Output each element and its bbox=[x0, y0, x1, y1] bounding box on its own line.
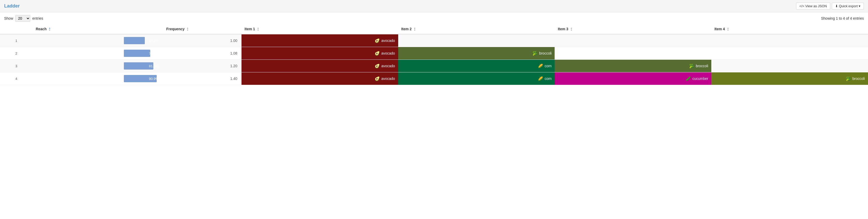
col-header-frequency[interactable]: Frequency ▲ ▼ bbox=[163, 24, 242, 34]
item-cell bbox=[711, 47, 868, 60]
item-emoji: 🥑 bbox=[375, 38, 380, 43]
item-cell: 🌽corn bbox=[398, 72, 555, 85]
item-emoji: 🌽 bbox=[538, 64, 543, 68]
item-name: corn bbox=[545, 76, 552, 81]
item3-sort-icon: ▲ ▼ bbox=[570, 27, 572, 31]
table-header-row: Reach ▲ ▼ Frequency ▲ ▼ Item 1 ▲ ▼ bbox=[0, 24, 868, 34]
col-item3-label: Item 3 bbox=[558, 27, 568, 31]
col-header-item2[interactable]: Item 2 ▲ ▼ bbox=[398, 24, 555, 34]
item-cell: 🥑avocado bbox=[242, 34, 398, 47]
item-emoji: 🥦 bbox=[532, 51, 537, 56]
show-label: Show bbox=[4, 16, 13, 21]
row-number: 4 bbox=[0, 72, 33, 85]
item-emoji: 🥒 bbox=[686, 76, 691, 81]
col-header-item3[interactable]: Item 3 ▲ ▼ bbox=[555, 24, 711, 34]
freq-sort-icon: ▲ ▼ bbox=[187, 27, 189, 31]
item-cell bbox=[711, 60, 868, 72]
item4-sort-icon: ▲ ▼ bbox=[727, 27, 729, 31]
item-emoji: 🥑 bbox=[375, 64, 380, 68]
frequency-cell: 1.00 bbox=[163, 34, 242, 47]
item-name: cucumber bbox=[692, 76, 708, 81]
col-header-reach[interactable]: Reach ▲ ▼ bbox=[33, 24, 163, 34]
page-title: Ladder bbox=[4, 3, 20, 9]
item1-sort-icon: ▲ ▼ bbox=[257, 27, 259, 31]
col-header-item1[interactable]: Item 1 ▲ ▼ bbox=[242, 24, 398, 34]
row-number: 2 bbox=[0, 47, 33, 60]
item-cell: 🥑avocado bbox=[242, 72, 398, 85]
entries-label: entries bbox=[32, 16, 43, 21]
frequency-cell: 1.20 bbox=[163, 60, 242, 72]
table-row: 273.1%1.08🥑avocado🥦broccoli bbox=[0, 47, 868, 60]
header: Ladder </> View as JSON ⬇ Quick export ▾ bbox=[0, 0, 868, 12]
item-emoji: 🥦 bbox=[689, 64, 694, 68]
reach-cell: 73.1% bbox=[33, 47, 163, 60]
item-emoji: 🥦 bbox=[846, 76, 851, 81]
item-name: avocado bbox=[381, 51, 395, 55]
item-emoji: 🥑 bbox=[375, 51, 380, 56]
row-number: 1 bbox=[0, 34, 33, 47]
item-cell bbox=[555, 34, 711, 47]
frequency-cell: 1.40 bbox=[163, 72, 242, 85]
header-actions: </> View as JSON ⬇ Quick export ▾ bbox=[796, 3, 864, 9]
table-row: 157.9%1.00🥑avocado bbox=[0, 34, 868, 47]
item-cell bbox=[711, 34, 868, 47]
item-name: broccoli bbox=[696, 64, 708, 68]
item-cell: 🥒cucumber bbox=[555, 72, 711, 85]
item-name: avocado bbox=[381, 64, 395, 68]
item-emoji: 🌽 bbox=[538, 76, 543, 81]
item-name: broccoli bbox=[852, 76, 865, 81]
item-name: avocado bbox=[381, 38, 395, 43]
col-item2-label: Item 2 bbox=[401, 27, 412, 31]
col-freq-label: Frequency bbox=[166, 27, 185, 31]
table-row: 381.5%1.20🥑avocado🌽corn🥦broccoli bbox=[0, 60, 868, 72]
entries-select[interactable]: 20 50 100 bbox=[15, 15, 30, 22]
item-emoji: 🥑 bbox=[375, 76, 380, 81]
reach-cell: 57.9% bbox=[33, 34, 163, 47]
reach-cell: 81.5% bbox=[33, 60, 163, 72]
table-row: 490.9%1.40🥑avocado🌽corn🥒cucumber🥦broccol… bbox=[0, 72, 868, 85]
quick-export-button[interactable]: ⬇ Quick export ▾ bbox=[832, 3, 864, 9]
view-json-button[interactable]: </> View as JSON bbox=[796, 3, 830, 9]
item-name: broccoli bbox=[539, 51, 552, 55]
reach-cell: 90.9% bbox=[33, 72, 163, 85]
frequency-cell: 1.08 bbox=[163, 47, 242, 60]
showing-info: Showing 1 to 4 of 4 entries bbox=[821, 16, 864, 21]
controls-row: Show 20 50 100 entries Showing 1 to 4 of… bbox=[0, 12, 868, 24]
col-item1-label: Item 1 bbox=[245, 27, 255, 31]
item-cell: 🥦broccoli bbox=[711, 72, 868, 85]
show-entries: Show 20 50 100 entries bbox=[4, 15, 43, 22]
item-cell bbox=[398, 34, 555, 47]
col-header-item4[interactable]: Item 4 ▲ ▼ bbox=[711, 24, 868, 34]
item-name: corn bbox=[545, 64, 552, 68]
item-cell: 🌽corn bbox=[398, 60, 555, 72]
col-header-num bbox=[0, 24, 33, 34]
item2-sort-icon: ▲ ▼ bbox=[414, 27, 416, 31]
item-cell: 🥑avocado bbox=[242, 47, 398, 60]
col-item4-label: Item 4 bbox=[714, 27, 725, 31]
item-cell: 🥦broccoli bbox=[398, 47, 555, 60]
item-cell: 🥑avocado bbox=[242, 60, 398, 72]
item-cell bbox=[555, 47, 711, 60]
main-table: Reach ▲ ▼ Frequency ▲ ▼ Item 1 ▲ ▼ bbox=[0, 24, 868, 85]
item-name: avocado bbox=[381, 76, 395, 81]
reach-sort-icon: ▲ ▼ bbox=[49, 27, 51, 31]
item-cell: 🥦broccoli bbox=[555, 60, 711, 72]
col-reach-label: Reach bbox=[36, 27, 46, 31]
row-number: 3 bbox=[0, 60, 33, 72]
